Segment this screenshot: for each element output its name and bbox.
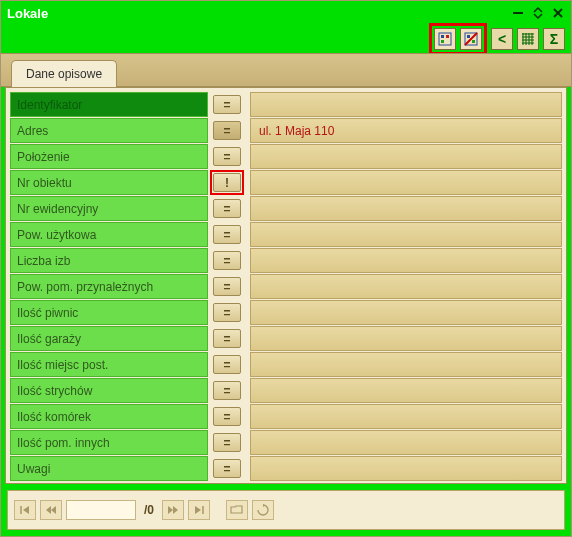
operator-button[interactable]: = [213,459,241,478]
field-row: Liczba izb= [10,248,562,273]
field-row: Ilość piwnic= [10,300,562,325]
field-label[interactable]: Ilość miejsc post. [10,352,208,377]
field-value[interactable] [250,430,562,455]
operator-button[interactable]: = [213,433,241,452]
field-value[interactable] [250,144,562,169]
operator-cell: = [208,326,246,351]
svg-marker-22 [51,506,56,514]
svg-marker-23 [168,506,173,514]
last-icon [193,505,205,515]
field-value[interactable] [250,170,562,195]
filter-apply-button[interactable] [434,28,456,50]
operator-button[interactable]: = [213,95,241,114]
operator-cell: = [208,430,246,455]
field-label[interactable]: Ilość komórek [10,404,208,429]
chevron-left-icon: < [498,31,506,47]
operator-cell: = [208,274,246,299]
field-label[interactable]: Adres [10,118,208,143]
pager-last-button[interactable] [188,500,210,520]
rows-container: Identyfikator=Adres=ul. 1 Maja 110Położe… [10,92,562,481]
field-label[interactable]: Pow. pom. przynależnych [10,274,208,299]
pager-prev-button[interactable] [40,500,62,520]
highlighted-filter-buttons [429,23,487,55]
refresh-icon [257,504,269,516]
pager-next-button[interactable] [162,500,184,520]
svg-marker-24 [173,506,178,514]
operator-highlight: ! [210,170,244,195]
field-row: Pow. pom. przynależnych= [10,274,562,299]
filter-icon [437,31,453,47]
operator-button[interactable]: = [213,251,241,270]
field-value[interactable] [250,352,562,377]
operator-button[interactable]: = [213,381,241,400]
minimize-button[interactable] [511,6,525,20]
toolbar-btn-prev[interactable]: < [491,28,513,50]
operator-button[interactable]: = [213,407,241,426]
operator-button[interactable]: = [213,303,241,322]
pager-refresh-button[interactable] [252,500,274,520]
field-label[interactable]: Nr ewidencyjny [10,196,208,221]
operator-button[interactable]: = [213,225,241,244]
field-value[interactable] [250,274,562,299]
toolbar-btn-grid[interactable] [517,28,539,50]
field-value[interactable]: ul. 1 Maja 110 [250,118,562,143]
window: Lokale [0,0,572,537]
field-label[interactable]: Ilość piwnic [10,300,208,325]
operator-cell: = [208,456,246,481]
filter-cancel-icon [463,31,479,47]
operator-cell: = [208,352,246,377]
field-value[interactable] [250,326,562,351]
maximize-button[interactable] [531,6,545,20]
field-value[interactable] [250,456,562,481]
operator-button[interactable]: ! [213,173,241,192]
close-button[interactable] [551,6,565,20]
field-value[interactable] [250,222,562,247]
field-label[interactable]: Ilość strychów [10,378,208,403]
pager-page-input[interactable] [66,500,136,520]
field-row: Identyfikator= [10,92,562,117]
operator-button[interactable]: = [213,121,241,140]
field-value[interactable] [250,92,562,117]
field-value[interactable] [250,196,562,221]
operator-button[interactable]: = [213,147,241,166]
tab-dane-opisowe[interactable]: Dane opisowe [11,60,117,87]
pager-total: /0 [144,503,154,517]
pager-first-button[interactable] [14,500,36,520]
operator-cell: = [208,248,246,273]
operator-button[interactable]: = [213,329,241,348]
field-value[interactable] [250,404,562,429]
window-title: Lokale [7,6,511,21]
operator-cell: = [208,222,246,247]
toolbar-btn-sum[interactable]: Σ [543,28,565,50]
field-row: Ilość strychów= [10,378,562,403]
field-label[interactable]: Identyfikator [10,92,208,117]
svg-rect-6 [441,40,444,43]
svg-rect-3 [439,33,451,45]
field-row: Nr ewidencyjny= [10,196,562,221]
operator-button[interactable]: = [213,199,241,218]
filter-clear-button[interactable] [460,28,482,50]
first-icon [19,505,31,515]
field-row: Nr obiektu! [10,170,562,195]
field-value[interactable] [250,248,562,273]
field-row: Ilość pom. innych= [10,430,562,455]
operator-cell: = [208,404,246,429]
pager-open-button[interactable] [226,500,248,520]
field-value[interactable] [250,378,562,403]
field-label[interactable]: Ilość garaży [10,326,208,351]
folder-open-icon [230,504,244,516]
field-row: Ilość miejsc post.= [10,352,562,377]
operator-button[interactable]: = [213,277,241,296]
operator-button[interactable]: = [213,355,241,374]
pager: /0 [7,490,565,530]
field-label[interactable]: Liczba izb [10,248,208,273]
sigma-icon: Σ [550,31,558,47]
field-label[interactable]: Położenie [10,144,208,169]
field-label[interactable]: Nr obiektu [10,170,208,195]
svg-marker-20 [23,506,29,514]
field-label[interactable]: Pow. użytkowa [10,222,208,247]
field-label[interactable]: Uwagi [10,456,208,481]
field-value[interactable] [250,300,562,325]
field-label[interactable]: Ilość pom. innych [10,430,208,455]
window-buttons [511,6,565,20]
